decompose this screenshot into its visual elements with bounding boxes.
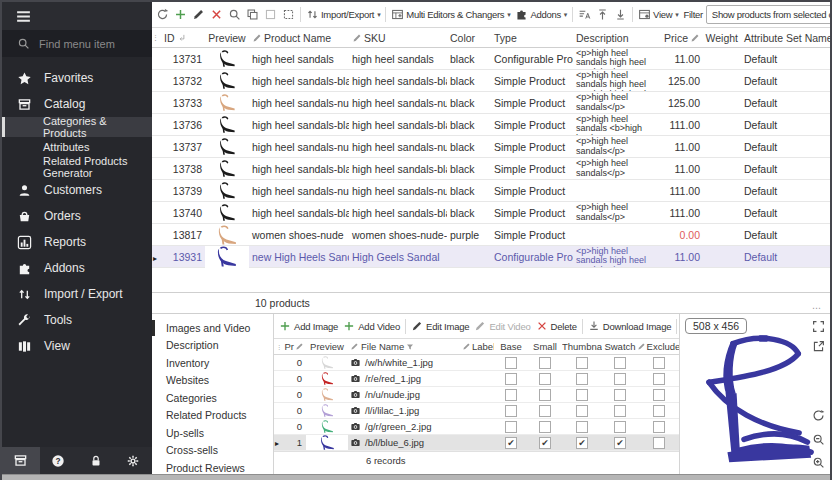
table-row-selected[interactable]: 13931new High Heels SandalsHigh Geels Sa… [152, 246, 830, 268]
table-row[interactable]: 13733high heel sandals-nudehigh heel san… [152, 92, 830, 114]
swatch-checkbox[interactable] [614, 389, 626, 401]
column-header-id[interactable]: ID [161, 32, 205, 44]
small-checkbox[interactable] [539, 373, 551, 385]
small-checkbox[interactable] [539, 437, 551, 449]
exclude-checkbox[interactable] [653, 437, 665, 449]
addons-dropdown[interactable]: Addons▾ [513, 4, 569, 26]
add-video-button[interactable]: Add Video [341, 315, 402, 337]
image-row[interactable]: 0/r/e/red_1.jpg [274, 371, 679, 387]
table-row[interactable]: 13817women shoes-nudewomen shoes-nude-2p… [152, 224, 830, 246]
sidebar-item-addons[interactable]: Addons [2, 255, 152, 281]
column-header-price[interactable]: Price [661, 32, 703, 44]
sidebar-item-import-export[interactable]: Import / Export [2, 281, 152, 307]
column-header-color[interactable]: Color [447, 32, 491, 44]
edit-image-button[interactable]: Edit Image [409, 315, 471, 337]
column-header-type[interactable]: Type [491, 32, 573, 44]
multi-editors-dropdown[interactable]: Multi Editors & Changers▾ [389, 4, 512, 26]
column-header-swatch[interactable]: Swatch [602, 341, 638, 352]
exclude-checkbox[interactable] [653, 373, 665, 385]
base-checkbox[interactable] [505, 405, 517, 417]
sidebar-item-orders[interactable]: Orders [2, 203, 152, 229]
image-row[interactable]: 0/n/u/nude.jpg [274, 387, 679, 403]
find-button[interactable] [226, 4, 243, 26]
column-header-weight[interactable]: Weight [703, 32, 741, 44]
small-checkbox[interactable] [539, 421, 551, 433]
column-header-label[interactable]: Label [460, 341, 494, 352]
tab-up-sells[interactable]: Up-sells [152, 424, 273, 442]
edit-video-button[interactable]: Edit Video [472, 315, 532, 337]
column-header-file-name[interactable]: File Name [348, 341, 460, 352]
filter-select[interactable]: Show products from selected categories▾ [706, 5, 830, 24]
move-up-button[interactable] [594, 4, 611, 26]
move-down-button[interactable] [612, 4, 629, 26]
add-product-button[interactable] [172, 4, 189, 26]
edit-product-button[interactable] [190, 4, 207, 26]
exclude-checkbox[interactable] [653, 357, 665, 369]
column-header-base[interactable]: Base [494, 341, 528, 352]
import-export-dropdown[interactable]: Import/Export▾ [304, 4, 382, 26]
table-row[interactable]: 13732high heel sandals-blackhigh heel sa… [152, 70, 830, 92]
base-checkbox[interactable] [505, 437, 517, 449]
column-header-preview[interactable]: Preview [205, 32, 249, 44]
zoom-out-icon[interactable] [812, 433, 825, 446]
table-row[interactable]: 13736high heel sandals-black-36high heel… [152, 114, 830, 136]
column-header-small[interactable]: Small [528, 341, 562, 352]
thumbnail-checkbox[interactable] [576, 357, 588, 369]
table-row[interactable]: 13737high heel sandals-nude-36high heel … [152, 136, 830, 158]
view-dropdown[interactable]: View▾ [636, 4, 680, 26]
delete-product-button[interactable] [208, 4, 225, 26]
small-checkbox[interactable] [539, 389, 551, 401]
tab-description[interactable]: Description [152, 337, 273, 355]
sidebar-item-customers[interactable]: Customers [2, 177, 152, 203]
column-header-attribute-set[interactable]: Attribute Set Name [741, 32, 830, 44]
table-row[interactable]: 13738high heel sandals-black-37high heel… [152, 158, 830, 180]
column-header-pr[interactable]: Pr [282, 341, 306, 352]
base-checkbox[interactable] [505, 389, 517, 401]
delete-image-button[interactable]: Delete [534, 315, 579, 337]
image-row[interactable]: 0/l/i/lilac_1.jpg [274, 403, 679, 419]
tab-categories[interactable]: Categories [152, 389, 273, 407]
exclude-checkbox[interactable] [653, 421, 665, 433]
sidebar-item-attributes[interactable]: Attributes [2, 137, 152, 157]
fit-to-screen-icon[interactable] [812, 320, 825, 333]
image-row-selected[interactable]: 1/b/l/blue_6.jpg [274, 435, 679, 451]
base-checkbox[interactable] [505, 421, 517, 433]
thumbnail-checkbox[interactable] [576, 421, 588, 433]
sidebar-item-related-products-generator[interactable]: Related Products Generator [2, 157, 152, 177]
splitter-dots[interactable]: ⋯ [812, 303, 822, 313]
column-header-description[interactable]: Description [573, 32, 661, 44]
small-checkbox[interactable] [539, 357, 551, 369]
column-header-exclude[interactable]: Exclude [638, 341, 679, 352]
exclude-checkbox[interactable] [653, 389, 665, 401]
sidebar-item-favorites[interactable]: Favorites [2, 65, 152, 91]
tab-websites[interactable]: Websites [152, 372, 273, 390]
lock-button[interactable] [77, 447, 115, 474]
swatch-checkbox[interactable] [614, 421, 626, 433]
menu-search-input[interactable] [39, 38, 139, 50]
tab-images-and-video[interactable]: Images and Video [152, 319, 273, 337]
tab-product-reviews[interactable]: Product Reviews [152, 459, 273, 474]
column-header-sku[interactable]: SKU [349, 32, 447, 44]
small-checkbox[interactable] [539, 405, 551, 417]
hamburger-menu-icon[interactable] [15, 8, 32, 25]
swatch-checkbox[interactable] [614, 373, 626, 385]
sidebar-item-tools[interactable]: Tools [2, 307, 152, 333]
help-button[interactable] [40, 447, 78, 474]
store-drawer-button[interactable] [2, 447, 40, 474]
tab-related-products[interactable]: Related Products [152, 407, 273, 425]
copy-button[interactable] [244, 4, 261, 26]
swatch-checkbox[interactable] [614, 437, 626, 449]
column-header-product-name[interactable]: Product Name [249, 32, 349, 44]
download-image-button[interactable]: Download Image [586, 315, 674, 337]
thumbnail-checkbox[interactable] [576, 373, 588, 385]
sidebar-item-view[interactable]: View [2, 333, 152, 359]
image-row[interactable]: 0/w/h/white_1.jpg [274, 355, 679, 371]
zoom-in-icon[interactable] [812, 456, 825, 469]
paste-special-button[interactable] [280, 4, 297, 26]
swatch-checkbox[interactable] [614, 357, 626, 369]
paste-button[interactable] [262, 4, 279, 26]
column-header-preview[interactable]: Preview [306, 341, 348, 352]
thumbnail-checkbox[interactable] [576, 389, 588, 401]
refresh-button[interactable] [154, 4, 171, 26]
sidebar-item-reports[interactable]: Reports [2, 229, 152, 255]
